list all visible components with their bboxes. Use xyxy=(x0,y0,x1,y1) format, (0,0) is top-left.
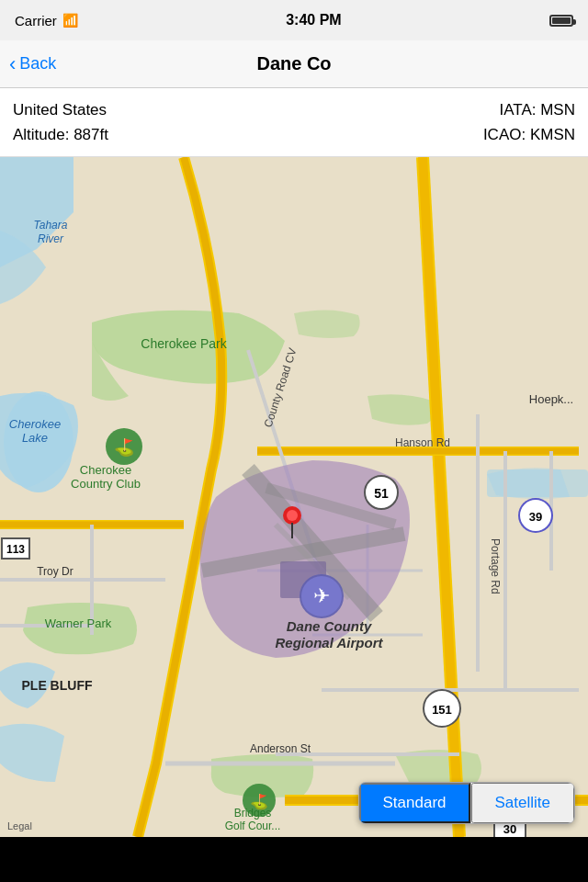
svg-text:✈: ✈ xyxy=(313,584,330,607)
back-chevron-icon: ‹ xyxy=(9,54,16,74)
battery-icon xyxy=(549,15,573,27)
svg-text:Hanson Rd: Hanson Rd xyxy=(395,436,450,449)
svg-text:Cherokee Park: Cherokee Park xyxy=(141,336,227,351)
altitude-label: Altitude: 887ft xyxy=(13,122,108,147)
svg-text:113: 113 xyxy=(6,543,25,556)
info-row: United States Altitude: 887ft IATA: MSN … xyxy=(0,88,588,157)
svg-text:Regional Airport: Regional Airport xyxy=(276,635,384,650)
back-button[interactable]: ‹ Back xyxy=(9,54,56,74)
info-right: IATA: MSN ICAO: KMSN xyxy=(483,97,575,147)
svg-text:Anderson St: Anderson St xyxy=(250,742,311,755)
status-time: 3:40 PM xyxy=(286,12,341,28)
nav-bar: ‹ Back Dane Co xyxy=(0,40,588,88)
country-label: United States xyxy=(13,97,108,122)
map-svg: 51 113 39 151 30 ✈ ⛳ ⛳ Tahara River xyxy=(0,157,588,837)
legal-label: Legal xyxy=(7,820,32,831)
back-label: Back xyxy=(19,54,56,74)
svg-text:Warner Park: Warner Park xyxy=(45,616,112,630)
svg-text:Portage Rd: Portage Rd xyxy=(489,538,502,594)
svg-text:Country Club: Country Club xyxy=(71,477,141,491)
svg-text:Bridges: Bridges xyxy=(234,807,272,820)
carrier-label: Carrier xyxy=(15,13,57,28)
svg-text:151: 151 xyxy=(432,703,452,717)
map-type-selector[interactable]: Standard Satellite xyxy=(358,782,575,824)
satellite-map-button[interactable]: Satellite xyxy=(471,783,574,823)
svg-text:39: 39 xyxy=(529,510,542,524)
svg-text:Cherokee: Cherokee xyxy=(80,463,131,477)
iata-label: IATA: MSN xyxy=(483,97,575,122)
map-container[interactable]: 51 113 39 151 30 ✈ ⛳ ⛳ Tahara River xyxy=(0,157,588,837)
svg-text:Dane County: Dane County xyxy=(287,618,372,634)
svg-text:⛳: ⛳ xyxy=(114,437,135,458)
status-left: Carrier 📶 xyxy=(15,13,78,28)
bottom-bar xyxy=(0,837,588,876)
svg-text:Cherokee: Cherokee xyxy=(9,417,61,431)
svg-text:Golf Cour...: Golf Cour... xyxy=(225,820,281,832)
icao-label: ICAO: KMSN xyxy=(483,122,575,147)
svg-text:Lake: Lake xyxy=(22,431,48,445)
svg-text:Tahara: Tahara xyxy=(34,219,68,232)
svg-text:River: River xyxy=(38,232,64,245)
info-left: United States Altitude: 887ft xyxy=(13,97,108,147)
svg-text:PLE BLUFF: PLE BLUFF xyxy=(22,678,93,693)
svg-text:30: 30 xyxy=(503,822,516,836)
svg-text:51: 51 xyxy=(374,486,389,501)
standard-map-button[interactable]: Standard xyxy=(359,783,470,823)
svg-point-44 xyxy=(287,510,298,521)
svg-text:Hoepk...: Hoepk... xyxy=(529,392,573,406)
status-bar: Carrier 📶 3:40 PM xyxy=(0,0,588,40)
status-right xyxy=(549,15,573,27)
wifi-icon: 📶 xyxy=(62,13,78,28)
page-title: Dane Co xyxy=(256,53,331,74)
svg-text:Troy Dr: Troy Dr xyxy=(37,565,74,578)
